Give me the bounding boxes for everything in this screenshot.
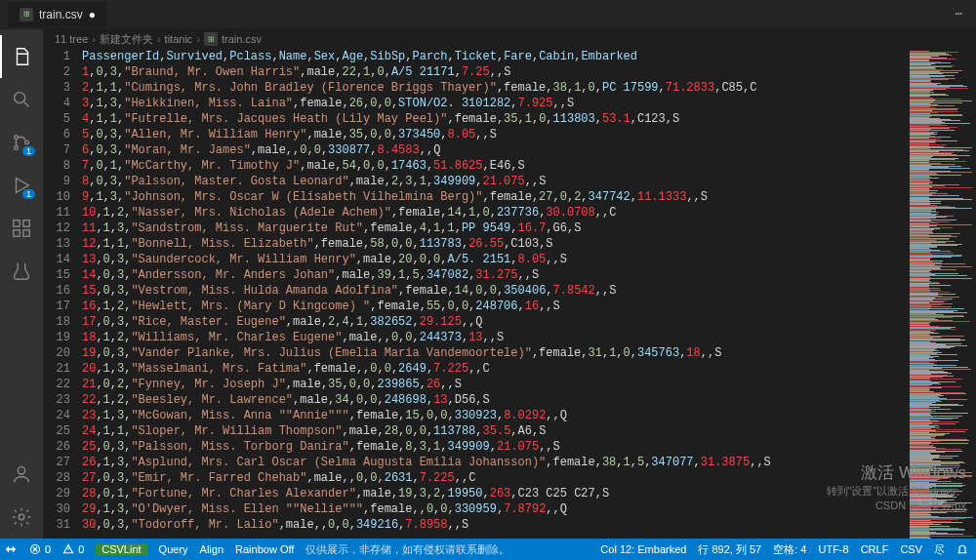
search-icon[interactable] xyxy=(0,78,43,121)
csv-file-icon: ⊞ xyxy=(204,32,218,46)
scm-badge: 1 xyxy=(22,146,35,156)
settings-gear-icon[interactable] xyxy=(0,496,43,539)
notifications-icon[interactable] xyxy=(956,543,968,555)
breadcrumb-seg[interactable]: 新建文件夹 xyxy=(100,32,153,47)
chevron-right-icon: › xyxy=(196,33,200,45)
editor-tab[interactable]: ⊞ train.csv ● xyxy=(8,2,107,27)
extensions-icon[interactable] xyxy=(0,207,43,250)
chevron-right-icon: › xyxy=(157,33,161,45)
breadcrumbs[interactable]: 11 tree › 新建文件夹 › titanic › ⊞ train.csv xyxy=(43,29,976,49)
csvlint-status[interactable]: CSVLint xyxy=(96,543,146,555)
cursor-position[interactable]: 行 892, 列 57 xyxy=(698,542,761,557)
remote-indicator[interactable] xyxy=(4,542,18,556)
encoding[interactable]: UTF-8 xyxy=(818,543,848,555)
csv-align[interactable]: Align xyxy=(200,543,224,555)
language-mode[interactable]: CSV xyxy=(900,543,922,555)
svg-rect-11 xyxy=(23,230,29,236)
line-number-gutter: 1234567891011121314151617181920212223242… xyxy=(43,49,82,539)
svg-point-13 xyxy=(19,514,24,520)
csv-query[interactable]: Query xyxy=(159,543,188,555)
svg-point-5 xyxy=(15,146,19,150)
status-mid-text: 仅供展示，非存储，如有侵权请联系删除。 xyxy=(305,542,509,557)
explorer-icon[interactable] xyxy=(0,35,43,78)
rainbow-toggle[interactable]: Rainbow Off xyxy=(235,543,294,555)
svg-rect-9 xyxy=(23,220,29,226)
chevron-right-icon: › xyxy=(92,33,96,45)
status-bar: 0 0 CSVLint Query Align Rainbow Off 仅供展示… xyxy=(0,539,976,560)
svg-point-6 xyxy=(25,140,29,144)
svg-rect-10 xyxy=(14,230,20,236)
run-debug-icon[interactable]: 1 xyxy=(0,164,43,207)
breadcrumb-seg[interactable]: 11 tree xyxy=(55,33,88,45)
editor[interactable]: 1234567891011121314151617181920212223242… xyxy=(43,49,976,539)
svg-line-3 xyxy=(24,102,29,107)
minimap[interactable] xyxy=(908,49,976,539)
csv-column-indicator[interactable]: Col 12: Embarked xyxy=(600,543,686,555)
source-control-icon[interactable]: 1 xyxy=(0,121,43,164)
more-actions-icon[interactable]: ⋯ xyxy=(950,3,968,25)
accounts-icon[interactable] xyxy=(0,453,43,496)
breadcrumb-seg[interactable]: train.csv xyxy=(222,33,262,45)
svg-point-2 xyxy=(15,93,25,103)
tab-title: train.csv xyxy=(39,8,83,21)
tab-dirty-indicator: ● xyxy=(89,8,96,21)
eol[interactable]: CRLF xyxy=(861,543,889,555)
activity-bar: 1 1 xyxy=(0,29,43,539)
svg-point-4 xyxy=(15,136,19,140)
debug-badge: 1 xyxy=(22,189,35,199)
svg-point-12 xyxy=(18,467,24,474)
testing-icon[interactable] xyxy=(0,250,43,293)
code-content[interactable]: PassengerId,Survived,Pclass,Name,Sex,Age… xyxy=(82,49,908,539)
csv-file-icon: ⊞ xyxy=(20,8,33,21)
problems-warnings[interactable]: 0 xyxy=(62,543,84,555)
feedback-icon[interactable]: 尽 xyxy=(934,542,945,557)
svg-rect-8 xyxy=(14,220,20,226)
titlebar: ⊞ train.csv ● ⋯ xyxy=(0,0,976,29)
problems-errors[interactable]: 0 xyxy=(29,543,51,555)
breadcrumb-seg[interactable]: titanic xyxy=(165,33,193,45)
indentation[interactable]: 空格: 4 xyxy=(773,542,806,557)
split-editor-icon[interactable] xyxy=(938,4,950,25)
